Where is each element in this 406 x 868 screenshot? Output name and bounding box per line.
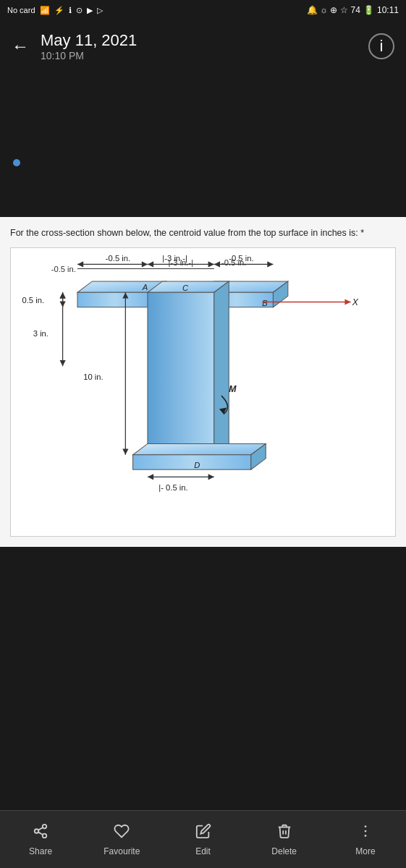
svg-point-54: [43, 824, 47, 828]
status-left: No card 📶 ⚡ ℹ ⊙ ▶ ▷: [7, 6, 103, 15]
status-bar: No card 📶 ⚡ ℹ ⊙ ▶ ▷ 🔔 ☼ ⊕ ☆ 74 🔋 10:11: [0, 0, 406, 20]
edit-label: Edit: [195, 846, 211, 856]
share-button[interactable]: Share: [0, 823, 81, 856]
svg-rect-7: [148, 292, 214, 455]
play-icon: ▶: [87, 6, 93, 15]
diagram-area: -0.5 in. |-3 in.-| -0.5 in. -0.5 in. |-3…: [10, 247, 396, 537]
svg-rect-10: [133, 454, 251, 469]
share-icon: [33, 823, 48, 843]
svg-text:-0.5 in.: -0.5 in.: [229, 254, 253, 263]
time-text: 10:11: [377, 5, 399, 15]
svg-point-59: [365, 825, 367, 827]
svg-point-61: [365, 835, 367, 837]
media-icon: ▷: [97, 6, 103, 15]
svg-marker-32: [344, 299, 350, 305]
favourite-button[interactable]: Favourite: [81, 823, 162, 856]
svg-text:B: B: [262, 298, 268, 307]
header-title-block: May 11, 2021 10:10 PM: [41, 31, 357, 61]
svg-marker-45: [122, 448, 128, 454]
svg-marker-40: [60, 360, 66, 366]
svg-marker-24: [214, 261, 220, 267]
delete-icon: [276, 823, 292, 843]
svg-text:-0.5 in.: -0.5 in.: [51, 264, 76, 273]
svg-text:C: C: [182, 284, 189, 292]
svg-text:3 in.: 3 in.: [33, 329, 48, 338]
svg-text:|-3 in.-|: |-3 in.-|: [162, 254, 187, 263]
bottom-dark-area: [0, 547, 406, 778]
svg-line-57: [38, 832, 43, 835]
favourite-icon: [114, 823, 130, 843]
more-label: More: [355, 846, 375, 856]
battery-text: 74: [351, 5, 360, 15]
svg-text:10 in.: 10 in.: [83, 372, 103, 380]
svg-line-58: [38, 827, 43, 830]
svg-text:A: A: [142, 283, 148, 292]
svg-text:|- 0.5 in.: |- 0.5 in.: [158, 482, 187, 491]
question-text: For the cross-section shown below, the c…: [10, 227, 396, 240]
content-card: For the cross-section shown below, the c…: [0, 217, 406, 547]
no-card-text: No card: [7, 6, 35, 14]
edit-button[interactable]: Edit: [162, 823, 243, 856]
svg-marker-8: [214, 281, 229, 454]
battery-icon: 🔋: [363, 5, 374, 15]
edit-icon: [195, 823, 211, 843]
header-subtitle: 10:10 PM: [41, 50, 357, 61]
svg-text:M: M: [229, 384, 237, 394]
blue-dot: [13, 159, 20, 166]
signal-icon: ⚡: [54, 6, 64, 15]
info-button[interactable]: i: [368, 33, 394, 59]
svg-text:X: X: [352, 297, 359, 307]
svg-text:0.5 in.: 0.5 in.: [22, 295, 44, 304]
svg-marker-9: [133, 443, 266, 454]
notification-icons: 🔔 ☼ ⊕ ☆: [307, 5, 348, 15]
svg-point-55: [35, 829, 39, 833]
delete-label: Delete: [271, 846, 297, 856]
svg-marker-19: [142, 261, 148, 267]
diagram-svg: -0.5 in. |-3 in.-| -0.5 in. -0.5 in. |-3…: [11, 248, 395, 536]
more-icon: [358, 823, 373, 843]
svg-rect-1: [77, 292, 151, 307]
svg-marker-52: [208, 474, 214, 480]
circle-icon: ⊙: [76, 6, 83, 15]
svg-marker-39: [60, 292, 66, 298]
svg-text:D: D: [194, 461, 200, 469]
bottom-toolbar: Share Favourite Edit Delete: [0, 810, 406, 868]
svg-marker-22: [208, 261, 214, 267]
svg-point-60: [365, 830, 367, 832]
back-button[interactable]: ←: [12, 36, 29, 56]
svg-marker-21: [148, 261, 153, 267]
svg-point-56: [43, 833, 47, 838]
svg-marker-25: [267, 261, 273, 267]
delete-button[interactable]: Delete: [244, 823, 325, 856]
svg-marker-18: [77, 261, 83, 267]
favourite-label: Favourite: [103, 846, 140, 856]
header-title: May 11, 2021: [41, 31, 357, 50]
header: ← May 11, 2021 10:10 PM i: [0, 20, 406, 72]
share-label: Share: [29, 846, 52, 856]
wifi-icon: 📶: [40, 6, 50, 15]
info-icon: ℹ: [69, 6, 72, 15]
svg-text:-0.5 in.: -0.5 in.: [106, 254, 130, 263]
svg-marker-51: [148, 474, 153, 480]
more-button[interactable]: More: [325, 823, 406, 856]
status-right: 🔔 ☼ ⊕ ☆ 74 🔋 10:11: [307, 5, 399, 15]
dark-area: [0, 72, 406, 217]
